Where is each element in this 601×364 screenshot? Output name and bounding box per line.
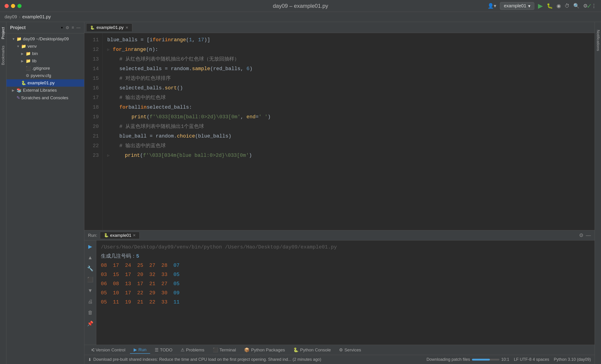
run-content: /Users/Hao/Desktop/day09/venv/bin/python… (96, 241, 595, 345)
status-progress-label: Downloading patch files (427, 357, 470, 362)
nav-root[interactable]: day09 (5, 14, 17, 20)
run-output-label-line: 生成几注号码： 5 (101, 252, 590, 261)
python-interpreter[interactable]: Python 3.10 (day09) (554, 357, 591, 362)
code-line-22: # 输出选中的蓝色球 (107, 141, 590, 151)
code-line-14: selected_balls = random.sample(red_balls… (107, 64, 590, 74)
status-right: 10:1 LF UTF-8 4 spaces Python 3.10 (day0… (501, 357, 591, 362)
run-tab-label: example01 (110, 233, 131, 238)
sidebar-collapse-icon[interactable]: ≡ (71, 25, 74, 30)
code-line-23: ▷ print(f'\033[034m{blue ball:0>2d}\033[… (107, 151, 590, 161)
code-line-19: print(f'\033[031m{ball:0>2d}\033[0m', en… (107, 112, 590, 122)
editor-area: 🐍 example01.py ✕ ✓ 11 12 13 14 15 16 17 … (84, 22, 595, 364)
tree-item-ext-libs[interactable]: ▶ 📚 External Libraries (6, 87, 84, 94)
sidebar-title: Project (10, 25, 58, 30)
tree-item-day09[interactable]: ▼ 📁 day09 ~/Desktop/day09 (6, 35, 84, 43)
breadcrumb: day09 › example01.py (0, 12, 601, 22)
version-control-icon: ⑆ (92, 347, 94, 353)
run-play-button[interactable]: ▶ (87, 242, 93, 251)
run-pin-button[interactable]: 📌 (86, 319, 95, 328)
title-bar: day09 – example01.py 👤▾ example01 ▾ ▶ 🐛 … (0, 0, 601, 12)
run-label: Run: (88, 233, 97, 238)
tab-python-console[interactable]: 🐍 Python Console (290, 346, 334, 354)
sidebar-header: Project ▾ ⚙ ≡ — (6, 22, 84, 33)
encoding-info: LF UTF-8 4 spaces (514, 357, 549, 362)
run-output: ▶ ▲ 🔧 ⬛ ▼ 🖨 🗑 📌 /Users/Hao/Desktop/day09… (84, 241, 595, 345)
line-numbers: 11 12 13 14 15 16 17 18 19 20 21 22 23 (84, 33, 103, 230)
left-tab-strip: Project Bookmarks (0, 22, 6, 364)
user-icon[interactable]: 👤▾ (488, 3, 496, 9)
maximize-button[interactable] (17, 4, 21, 8)
run-button[interactable]: ▶ (538, 2, 543, 10)
tab-todo[interactable]: ☰ TODO (151, 346, 176, 354)
search-icon[interactable]: 🔍 (573, 3, 580, 9)
run-sidebar: ▶ ▲ 🔧 ⬛ ▼ 🖨 🗑 📌 (84, 241, 96, 345)
right-gutter: Notifications (595, 22, 601, 364)
scratches-label: Scratches and Consoles (21, 95, 68, 101)
code-line-13: # 从红色球列表中随机抽出6个红色球（无放回抽样） (107, 55, 590, 64)
code-editor[interactable]: 11 12 13 14 15 16 17 18 19 20 21 22 23 b… (84, 33, 595, 230)
tree-item-bin[interactable]: ▶ 📁 bin (6, 50, 84, 57)
tab-terminal[interactable]: ⬛ Terminal (209, 346, 240, 354)
run-tab-active[interactable]: 🐍 example01 ✕ (100, 232, 140, 239)
nav-separator: › (19, 14, 21, 20)
tab-close-button[interactable]: ✕ (125, 25, 128, 30)
status-download-icon: ⬇ (88, 357, 91, 362)
profile-button[interactable]: ⏱ (565, 3, 570, 9)
notifications-tab[interactable]: Notifications (595, 27, 601, 54)
status-message: Download pre-built shared indexes: Reduc… (93, 357, 425, 362)
tab-version-control[interactable]: ⑆ Version Control (88, 347, 129, 354)
statusbar: ⬇ Download pre-built shared indexes: Red… (84, 355, 595, 364)
run-command: /Users/Hao/Desktop/day09/venv/bin/python… (101, 243, 337, 252)
python-console-label: Python Console (300, 347, 331, 353)
run-row-3: 06 08 13 17 21 27 05 (101, 279, 590, 289)
run-wrench-button[interactable]: 🔧 (86, 264, 95, 273)
run-icon: ▶ (134, 347, 137, 352)
minimize-button[interactable] (11, 4, 15, 8)
bottom-panel-tabs: Run: 🐍 example01 ✕ ⚙ — (84, 230, 595, 241)
file-tree: ▼ 📁 day09 ~/Desktop/day09 ▼ 📁 venv ▶ 📁 b… (6, 33, 84, 364)
tree-item-gitignore[interactable]: ▶ ⬛ .gitignore (6, 65, 84, 72)
code-line-21: blue_ball = random.choice(blue_balls) (107, 131, 590, 141)
tree-item-lib[interactable]: ▶ 📁 lib (6, 57, 84, 65)
debug-button[interactable]: 🐛 (547, 3, 553, 9)
code-line-11: blue_balls = [i for i in range(1, 17)] (107, 35, 590, 45)
tree-item-scratches[interactable]: ▶ ✎ Scratches and Consoles (6, 94, 84, 101)
gutter-arrow-23: ▷ (107, 151, 112, 161)
tab-python-packages[interactable]: 📦 Python Packages (240, 346, 289, 354)
tab-label: example01.py (97, 25, 124, 30)
tree-item-pyvenv[interactable]: ▶ ⚙ pyvenv.cfg (6, 72, 84, 79)
run-tab-close[interactable]: ✕ (133, 233, 136, 237)
tab-services[interactable]: ⚙ Services (335, 346, 365, 354)
terminal-icon: ⬛ (213, 347, 218, 353)
run-config[interactable]: example01 ▾ (500, 2, 534, 10)
run-clear-button[interactable]: 🗑 (86, 308, 94, 317)
run-print-button[interactable]: 🖨 (86, 297, 94, 306)
panel-minimize-icon[interactable]: — (586, 233, 591, 238)
coverage-button[interactable]: ◉ (557, 3, 561, 9)
tree-item-venv[interactable]: ▼ 📁 venv (6, 43, 84, 50)
tab-run[interactable]: ▶ Run (130, 346, 150, 354)
bottom-panel: Run: 🐍 example01 ✕ ⚙ — ▶ ▲ 🔧 ⬛ (84, 230, 595, 345)
more-icon[interactable]: ⋮ (591, 3, 596, 9)
run-scroll-down-button[interactable]: ▼ (86, 286, 94, 295)
code-line-12: ▷for _ in range(n): (107, 45, 590, 55)
sidebar-tab-project[interactable]: Project (0, 24, 6, 42)
run-row-2: 03 15 17 20 32 33 05 (101, 270, 590, 279)
sidebar-settings-icon[interactable]: ⚙ (66, 25, 69, 30)
todo-icon: ☰ (155, 347, 159, 353)
sidebar-minimize-icon[interactable]: — (76, 25, 80, 30)
run-stop-button[interactable]: ⬛ (86, 275, 95, 284)
sidebar-tab-bookmarks[interactable]: Bookmarks (0, 42, 6, 68)
run-row-5: 05 11 19 21 22 33 11 (101, 298, 590, 307)
sidebar-dropdown-icon[interactable]: ▾ (61, 25, 63, 30)
panel-settings-icon[interactable]: ⚙ (579, 233, 584, 238)
editor-tab-example01[interactable]: 🐍 example01.py ✕ (86, 23, 132, 31)
toolbar-right: 👤▾ example01 ▾ ▶ 🐛 ◉ ⏱ 🔍 ⚙ ⋮ (488, 2, 596, 10)
chevron-down-icon: ▾ (528, 3, 531, 9)
tree-item-example01[interactable]: ▶ 🐍 example01.py (6, 79, 84, 87)
tab-problems[interactable]: ⚠ Problems (177, 346, 208, 354)
code-content[interactable]: blue_balls = [i for i in range(1, 17)] ▷… (103, 33, 595, 230)
editor-tabs: 🐍 example01.py ✕ ✓ (84, 22, 595, 33)
close-button[interactable] (5, 4, 9, 8)
run-scroll-up-button[interactable]: ▲ (86, 253, 94, 262)
